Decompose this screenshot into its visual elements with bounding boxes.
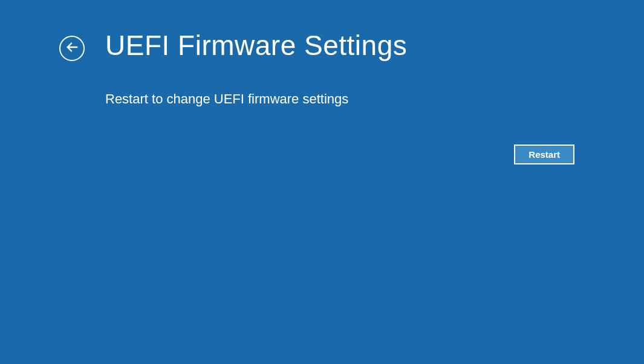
restart-button[interactable]: Restart: [514, 145, 574, 164]
back-button[interactable]: [59, 36, 85, 61]
back-arrow-icon: [65, 41, 79, 56]
page-container: UEFI Firmware Settings Restart to change…: [0, 0, 644, 164]
page-header: UEFI Firmware Settings: [59, 29, 574, 62]
button-row: Restart: [59, 145, 574, 164]
page-description: Restart to change UEFI firmware settings: [105, 91, 574, 107]
page-title: UEFI Firmware Settings: [105, 29, 407, 62]
